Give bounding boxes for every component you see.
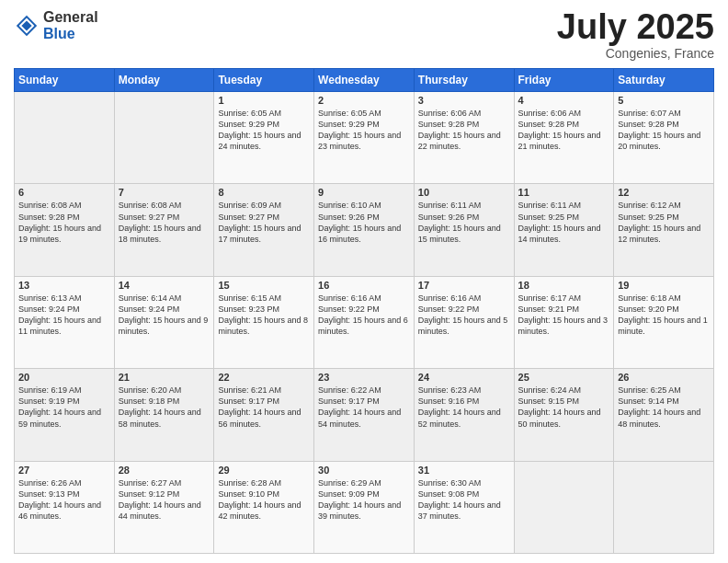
day-number: 31 xyxy=(418,465,510,476)
calendar-header: SundayMondayTuesdayWednesdayThursdayFrid… xyxy=(15,69,714,92)
day-cell: 14Sunrise: 6:14 AM Sunset: 9:24 PM Dayli… xyxy=(114,276,214,368)
day-number: 16 xyxy=(318,280,410,291)
day-info: Sunrise: 6:18 AM Sunset: 9:20 PM Dayligh… xyxy=(618,293,710,338)
header: General Blue July 2025 Congenies, France xyxy=(14,9,714,61)
weekday-header-thursday: Thursday xyxy=(414,69,514,92)
day-info: Sunrise: 6:06 AM Sunset: 9:28 PM Dayligh… xyxy=(518,108,610,153)
day-cell: 6Sunrise: 6:08 AM Sunset: 9:28 PM Daylig… xyxy=(15,184,115,276)
day-number: 23 xyxy=(318,372,410,383)
day-cell: 19Sunrise: 6:18 AM Sunset: 9:20 PM Dayli… xyxy=(614,276,714,368)
day-cell xyxy=(15,92,115,184)
day-info: Sunrise: 6:27 AM Sunset: 9:12 PM Dayligh… xyxy=(119,477,210,523)
day-info: Sunrise: 6:28 AM Sunset: 9:10 PM Dayligh… xyxy=(218,477,310,523)
day-number: 27 xyxy=(18,465,110,476)
day-cell: 20Sunrise: 6:19 AM Sunset: 9:19 PM Dayli… xyxy=(15,369,115,461)
week-row-0: 1Sunrise: 6:05 AM Sunset: 9:29 PM Daylig… xyxy=(15,92,714,184)
day-number: 9 xyxy=(318,187,410,198)
calendar-body: 1Sunrise: 6:05 AM Sunset: 9:29 PM Daylig… xyxy=(15,92,714,554)
day-info: Sunrise: 6:11 AM Sunset: 9:25 PM Dayligh… xyxy=(518,200,610,245)
day-cell: 9Sunrise: 6:10 AM Sunset: 9:26 PM Daylig… xyxy=(314,184,415,276)
weekday-header-tuesday: Tuesday xyxy=(214,69,314,92)
day-number: 10 xyxy=(418,187,510,198)
day-info: Sunrise: 6:29 AM Sunset: 9:09 PM Dayligh… xyxy=(318,477,410,523)
day-cell: 21Sunrise: 6:20 AM Sunset: 9:18 PM Dayli… xyxy=(114,369,214,461)
day-info: Sunrise: 6:11 AM Sunset: 9:26 PM Dayligh… xyxy=(418,200,510,245)
day-cell: 27Sunrise: 6:26 AM Sunset: 9:13 PM Dayli… xyxy=(15,461,115,553)
day-info: Sunrise: 6:26 AM Sunset: 9:13 PM Dayligh… xyxy=(18,477,110,523)
day-info: Sunrise: 6:08 AM Sunset: 9:28 PM Dayligh… xyxy=(18,200,110,245)
day-number: 5 xyxy=(618,95,710,106)
week-row-4: 27Sunrise: 6:26 AM Sunset: 9:13 PM Dayli… xyxy=(15,461,714,553)
title-block: July 2025 Congenies, France xyxy=(557,9,714,61)
weekday-row: SundayMondayTuesdayWednesdayThursdayFrid… xyxy=(15,69,714,92)
week-row-3: 20Sunrise: 6:19 AM Sunset: 9:19 PM Dayli… xyxy=(15,369,714,461)
day-cell: 7Sunrise: 6:08 AM Sunset: 9:27 PM Daylig… xyxy=(114,184,214,276)
day-info: Sunrise: 6:25 AM Sunset: 9:14 PM Dayligh… xyxy=(618,385,710,430)
day-cell xyxy=(114,92,214,184)
day-cell: 31Sunrise: 6:30 AM Sunset: 9:08 PM Dayli… xyxy=(414,461,514,553)
day-cell: 25Sunrise: 6:24 AM Sunset: 9:15 PM Dayli… xyxy=(514,369,614,461)
day-number: 29 xyxy=(218,465,310,476)
day-number: 12 xyxy=(618,187,710,198)
day-info: Sunrise: 6:05 AM Sunset: 9:29 PM Dayligh… xyxy=(218,108,310,153)
day-number: 24 xyxy=(418,372,510,383)
day-number: 7 xyxy=(119,187,210,198)
weekday-header-wednesday: Wednesday xyxy=(314,69,415,92)
day-cell: 1Sunrise: 6:05 AM Sunset: 9:29 PM Daylig… xyxy=(214,92,314,184)
day-cell: 18Sunrise: 6:17 AM Sunset: 9:21 PM Dayli… xyxy=(514,276,614,368)
day-info: Sunrise: 6:23 AM Sunset: 9:16 PM Dayligh… xyxy=(418,385,510,430)
day-number: 2 xyxy=(318,95,410,106)
logo-general-text: General xyxy=(43,9,98,26)
day-number: 17 xyxy=(418,280,510,291)
day-info: Sunrise: 6:30 AM Sunset: 9:08 PM Dayligh… xyxy=(418,477,510,523)
day-number: 14 xyxy=(119,280,210,291)
day-number: 6 xyxy=(18,187,110,198)
month-title: July 2025 xyxy=(557,9,714,44)
logo: General Blue xyxy=(14,9,98,41)
day-cell: 12Sunrise: 6:12 AM Sunset: 9:25 PM Dayli… xyxy=(614,184,714,276)
day-info: Sunrise: 6:17 AM Sunset: 9:21 PM Dayligh… xyxy=(518,293,610,338)
day-number: 1 xyxy=(218,95,310,106)
day-info: Sunrise: 6:13 AM Sunset: 9:24 PM Dayligh… xyxy=(18,293,110,338)
day-info: Sunrise: 6:16 AM Sunset: 9:22 PM Dayligh… xyxy=(418,293,510,338)
day-cell: 8Sunrise: 6:09 AM Sunset: 9:27 PM Daylig… xyxy=(214,184,314,276)
page: General Blue July 2025 Congenies, France… xyxy=(0,0,728,563)
day-number: 11 xyxy=(518,187,610,198)
day-number: 18 xyxy=(518,280,610,291)
week-row-2: 13Sunrise: 6:13 AM Sunset: 9:24 PM Dayli… xyxy=(15,276,714,368)
day-cell: 15Sunrise: 6:15 AM Sunset: 9:23 PM Dayli… xyxy=(214,276,314,368)
day-info: Sunrise: 6:12 AM Sunset: 9:25 PM Dayligh… xyxy=(618,200,710,245)
day-cell: 13Sunrise: 6:13 AM Sunset: 9:24 PM Dayli… xyxy=(15,276,115,368)
calendar-table: SundayMondayTuesdayWednesdayThursdayFrid… xyxy=(14,68,714,554)
day-cell: 10Sunrise: 6:11 AM Sunset: 9:26 PM Dayli… xyxy=(414,184,514,276)
logo-blue-text: Blue xyxy=(43,26,98,42)
day-number: 13 xyxy=(18,280,110,291)
day-info: Sunrise: 6:05 AM Sunset: 9:29 PM Dayligh… xyxy=(318,108,410,153)
day-number: 4 xyxy=(518,95,610,106)
day-cell xyxy=(614,461,714,553)
weekday-header-friday: Friday xyxy=(514,69,614,92)
weekday-header-monday: Monday xyxy=(114,69,214,92)
day-info: Sunrise: 6:07 AM Sunset: 9:28 PM Dayligh… xyxy=(618,108,710,153)
day-info: Sunrise: 6:08 AM Sunset: 9:27 PM Dayligh… xyxy=(119,200,210,245)
day-cell: 2Sunrise: 6:05 AM Sunset: 9:29 PM Daylig… xyxy=(314,92,415,184)
day-info: Sunrise: 6:21 AM Sunset: 9:17 PM Dayligh… xyxy=(218,385,310,430)
day-number: 25 xyxy=(518,372,610,383)
day-number: 21 xyxy=(119,372,210,383)
day-cell: 30Sunrise: 6:29 AM Sunset: 9:09 PM Dayli… xyxy=(314,461,415,553)
day-info: Sunrise: 6:09 AM Sunset: 9:27 PM Dayligh… xyxy=(218,200,310,245)
day-number: 8 xyxy=(218,187,310,198)
day-info: Sunrise: 6:19 AM Sunset: 9:19 PM Dayligh… xyxy=(18,385,110,430)
day-number: 26 xyxy=(618,372,710,383)
day-cell: 3Sunrise: 6:06 AM Sunset: 9:28 PM Daylig… xyxy=(414,92,514,184)
day-cell: 26Sunrise: 6:25 AM Sunset: 9:14 PM Dayli… xyxy=(614,369,714,461)
day-cell: 16Sunrise: 6:16 AM Sunset: 9:22 PM Dayli… xyxy=(314,276,415,368)
day-cell: 29Sunrise: 6:28 AM Sunset: 9:10 PM Dayli… xyxy=(214,461,314,553)
day-info: Sunrise: 6:24 AM Sunset: 9:15 PM Dayligh… xyxy=(518,385,610,430)
day-cell: 24Sunrise: 6:23 AM Sunset: 9:16 PM Dayli… xyxy=(414,369,514,461)
day-info: Sunrise: 6:14 AM Sunset: 9:24 PM Dayligh… xyxy=(119,293,210,338)
day-info: Sunrise: 6:16 AM Sunset: 9:22 PM Dayligh… xyxy=(318,293,410,338)
location-text: Congenies, France xyxy=(557,46,714,61)
day-cell: 23Sunrise: 6:22 AM Sunset: 9:17 PM Dayli… xyxy=(314,369,415,461)
day-info: Sunrise: 6:06 AM Sunset: 9:28 PM Dayligh… xyxy=(418,108,510,153)
